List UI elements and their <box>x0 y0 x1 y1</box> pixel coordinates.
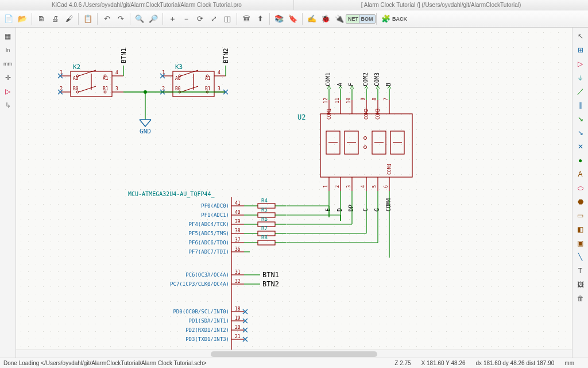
svg-text:PD0(OC0B/SCL/INT0): PD0(OC0B/SCL/INT0) <box>173 309 229 315</box>
svg-text:K3: K3 <box>175 63 183 71</box>
place-globallabel-icon[interactable]: ⬭ <box>574 182 587 194</box>
right-toolbar: ↖ ⊞ ▷ ⏚ ／ ∥ ↘ ↘ ✕ ● A ⬭ ⬣ ▭ ◧ ▣ ╲ T 🖼 🗑 <box>572 28 588 358</box>
navigate-hierarchy-icon[interactable]: 🏛 <box>240 13 253 25</box>
svg-text:10: 10 <box>346 98 351 103</box>
bus-direction-icon[interactable]: ↳ <box>2 99 14 112</box>
svg-text:PF7(ADC7/TDI): PF7(ADC7/TDI) <box>189 249 229 255</box>
place-line-icon[interactable]: ╲ <box>574 251 587 263</box>
units-mm-button[interactable]: mm <box>2 57 14 70</box>
svg-text:9: 9 <box>361 98 366 101</box>
svg-text:39: 39 <box>235 219 241 224</box>
svg-text:31: 31 <box>235 270 241 275</box>
svg-text:PC6(OC3A/OC4A): PC6(OC3A/OC4A) <box>185 272 229 278</box>
svg-text:COM2: COM2 <box>362 72 369 86</box>
open-icon[interactable]: 📂 <box>16 13 29 25</box>
svg-text:A1: A1 <box>103 76 109 81</box>
svg-text:1: 1 <box>60 70 63 75</box>
svg-text:PD2(RXD1/INT2): PD2(RXD1/INT2) <box>185 327 229 333</box>
grid-toggle-icon[interactable]: ▦ <box>2 30 14 43</box>
leave-sheet-icon[interactable]: ⬆ <box>254 13 266 25</box>
zoom-redraw-icon[interactable]: ⟳ <box>194 13 206 25</box>
hidden-pins-icon[interactable]: ▷ <box>2 85 14 98</box>
place-power-icon[interactable]: ⏚ <box>574 71 587 84</box>
place-image-icon[interactable]: 🖼 <box>574 278 587 291</box>
svg-text:7: 7 <box>384 98 389 101</box>
place-wire-icon[interactable]: ／ <box>574 85 587 98</box>
svg-text:BTN1: BTN1 <box>120 48 127 64</box>
zoom-out-icon[interactable]: － <box>180 13 192 25</box>
units-in-button[interactable]: In <box>2 44 14 56</box>
place-noconnect-icon[interactable]: ✕ <box>574 140 587 153</box>
svg-text:PD3(TXD1/INT3): PD3(TXD1/INT3) <box>185 336 229 342</box>
library-editor-icon[interactable]: 📚 <box>273 13 285 25</box>
svg-text:COM2: COM2 <box>364 109 369 120</box>
plot-icon[interactable]: 🖌 <box>63 13 75 25</box>
delete-icon[interactable]: 🗑 <box>574 292 587 305</box>
schematic-canvas[interactable]: K2A0A1B0B11243K3A0A1B0B11243BTN1BTN2GNDU… <box>16 28 572 358</box>
library-browser-icon[interactable]: 🔖 <box>287 13 299 25</box>
svg-text:PF6(ADC6/TDO): PF6(ADC6/TDO) <box>189 240 229 246</box>
svg-text:A: A <box>336 83 343 86</box>
place-junction-icon[interactable]: ● <box>574 154 587 167</box>
find-icon[interactable]: 🔍 <box>133 13 146 25</box>
svg-text:B: B <box>385 83 392 86</box>
place-netlabel-icon[interactable]: A <box>574 168 587 181</box>
replace-icon[interactable]: 🔎 <box>147 13 160 25</box>
redo-icon[interactable]: ↷ <box>114 13 127 25</box>
place-component-icon[interactable]: ▷ <box>574 57 587 70</box>
place-bus-icon[interactable]: ∥ <box>574 99 587 112</box>
svg-text:PF4(ADC4/TCK): PF4(ADC4/TCK) <box>189 221 229 227</box>
svg-text:A0: A0 <box>73 76 79 81</box>
place-hierlabel-icon[interactable]: ⬣ <box>574 195 587 208</box>
svg-text:32: 32 <box>235 279 241 284</box>
undo-icon[interactable]: ↶ <box>100 13 113 25</box>
paste-icon[interactable]: 📋 <box>82 13 94 25</box>
status-xy: X 181.60 Y 48.26 <box>421 360 466 366</box>
svg-line-39 <box>181 86 198 92</box>
erc-icon[interactable]: 🐞 <box>319 13 332 25</box>
left-toolbar: ▦ In mm ✛ ▷ ↳ <box>0 28 16 358</box>
svg-text:38: 38 <box>235 228 241 233</box>
svg-text:PD1(SDA/INT1): PD1(SDA/INT1) <box>189 318 229 324</box>
select-tool-icon[interactable]: ↖ <box>574 30 587 43</box>
svg-text:18: 18 <box>235 306 241 312</box>
netlist-icon[interactable]: NET <box>347 13 359 25</box>
new-icon[interactable]: 📄 <box>2 13 15 25</box>
svg-text:COM1: COM1 <box>327 109 332 120</box>
cvpcb-icon[interactable]: 🔌 <box>333 13 346 25</box>
place-sheet-pin-icon[interactable]: ▣ <box>574 237 587 250</box>
svg-text:PC7(ICP3/CLK0/OC4A): PC7(ICP3/CLK0/OC4A) <box>170 281 229 287</box>
zoom-selection-icon[interactable]: ◫ <box>221 13 234 25</box>
title-right: [ Alarm Clock Tutorial /] (/Users/oyvdah… <box>294 0 588 10</box>
svg-point-117 <box>364 146 367 149</box>
statusbar: Done Loading </Users/oyvdahl/git/AlarmCl… <box>0 358 588 368</box>
highlight-net-icon[interactable]: ⊞ <box>574 44 587 56</box>
wire-to-bus-icon[interactable]: ↘ <box>574 113 587 125</box>
vertical-scrollbar[interactable] <box>564 28 572 350</box>
print-icon[interactable]: 🖨 <box>49 13 61 25</box>
svg-text:R6: R6 <box>261 216 268 222</box>
zoom-fit-icon[interactable]: ⤢ <box>207 13 220 25</box>
svg-text:40: 40 <box>235 210 241 215</box>
status-message: Done Loading </Users/oyvdahl/git/AlarmCl… <box>3 360 207 366</box>
bus-to-bus-icon[interactable]: ↘ <box>574 126 587 139</box>
horizontal-scrollbar[interactable] <box>16 350 572 358</box>
pcbnew-icon[interactable]: 🧩 <box>380 13 392 25</box>
annotate-icon[interactable]: ✍ <box>305 13 318 25</box>
svg-text:U2: U2 <box>297 113 305 121</box>
svg-text:B0: B0 <box>73 86 79 91</box>
bom-icon[interactable]: BOM <box>361 13 373 25</box>
sheet-settings-icon[interactable]: 🗎 <box>35 13 48 25</box>
zoom-in-icon[interactable]: ＋ <box>166 13 179 25</box>
place-sheet-icon[interactable]: ▭ <box>574 209 587 222</box>
import-sheet-pin-icon[interactable]: ◧ <box>574 223 587 236</box>
svg-text:2: 2 <box>162 86 165 91</box>
place-text-icon[interactable]: T <box>574 264 587 277</box>
svg-point-116 <box>364 137 367 140</box>
svg-text:COM4: COM4 <box>385 198 392 212</box>
import-footprint-icon[interactable]: BACK <box>393 13 406 25</box>
cursor-shape-icon[interactable]: ✛ <box>2 71 14 84</box>
svg-text:R5: R5 <box>261 207 268 213</box>
svg-text:2: 2 <box>60 86 63 91</box>
svg-rect-64 <box>320 114 412 177</box>
